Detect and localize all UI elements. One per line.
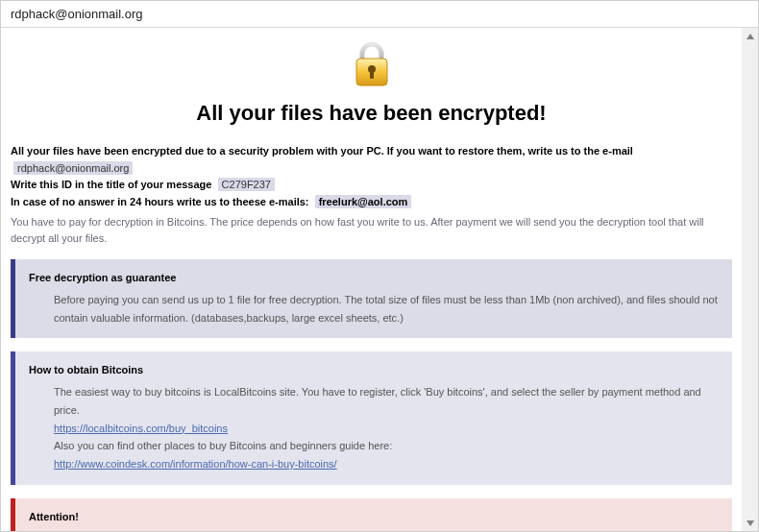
bitcoins-link1[interactable]: https://localbitcoins.com/buy_bitcoins [54, 423, 228, 434]
bitcoins-text1: The easiest way to buy bitcoins is Local… [54, 383, 719, 419]
intro-line1-text: All your files have been encrypted due t… [11, 145, 633, 157]
attention-list: Do not rename encrypted files. Do not tr… [29, 529, 719, 531]
intro-line2: Write this ID in the title of your messa… [11, 177, 732, 194]
scroll-up-icon[interactable] [742, 28, 758, 44]
intro-line1: All your files have been encrypted due t… [11, 143, 732, 177]
vertical-scrollbar[interactable] [742, 28, 758, 531]
svg-rect-2 [370, 70, 374, 79]
message-id: C279F237 [218, 178, 275, 191]
window-title: rdphack@onionmail.org [11, 7, 143, 21]
bitcoins-body: The easiest way to buy bitcoins is Local… [29, 383, 719, 472]
guarantee-title: Free decryption as guarantee [29, 269, 719, 287]
hero: All your files have been encrypted! [11, 39, 732, 126]
bitcoins-title: How to obtain Bitcoins [29, 361, 719, 379]
lock-icon [347, 39, 397, 93]
intro-block: All your files have been encrypted due t… [11, 143, 732, 210]
titlebar: rdphack@onionmail.org [1, 1, 758, 28]
guarantee-box: Free decryption as guarantee Before payi… [11, 259, 732, 338]
bitcoins-text2: Also you can find other places to buy Bi… [54, 437, 719, 455]
content-wrapper: All your files have been encrypted! All … [1, 28, 758, 531]
intro-line2-text: Write this ID in the title of your messa… [11, 179, 211, 190]
intro-line3: In case of no answer in 24 hours write u… [11, 194, 732, 211]
attention-title: Attention! [29, 508, 719, 526]
email-secondary: freelurk@aol.com [315, 195, 412, 208]
hero-heading: All your files have been encrypted! [11, 101, 732, 126]
bitcoins-box: How to obtain Bitcoins The easiest way t… [11, 351, 732, 484]
scroll-down-icon[interactable] [742, 515, 758, 531]
attention-item: Do not rename encrypted files. [69, 529, 719, 531]
content-area: All your files have been encrypted! All … [1, 28, 742, 531]
attention-box: Attention! Do not rename encrypted files… [11, 498, 732, 531]
email-primary: rdphack@onionmail.org [13, 161, 133, 175]
app-window: rdphack@onionmail.org [0, 0, 759, 532]
bitcoins-link2[interactable]: http://www.coindesk.com/information/how-… [54, 458, 337, 470]
payment-note: You have to pay for decryption in Bitcoi… [11, 214, 732, 246]
intro-line3-text: In case of no answer in 24 hours write u… [11, 196, 309, 207]
guarantee-body: Before paying you can send us up to 1 fi… [29, 291, 719, 326]
